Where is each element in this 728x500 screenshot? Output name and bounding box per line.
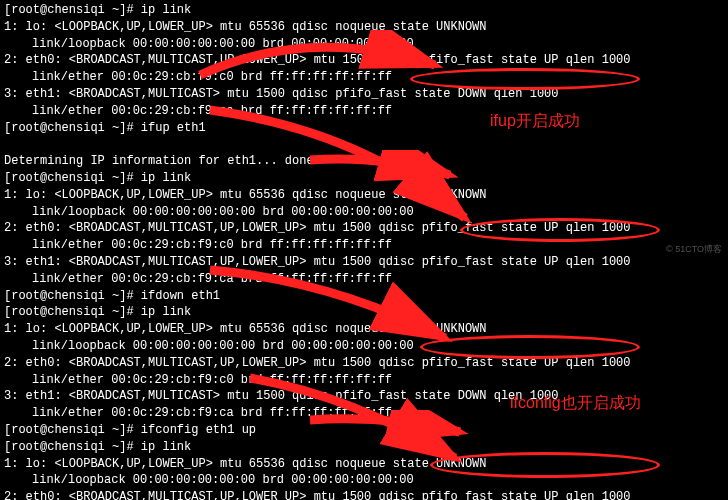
terminal-line: 1: lo: <LOOPBACK,UP,LOWER_UP> mtu 65536 … [4,187,724,204]
terminal-line: 3: eth1: <BROADCAST,MULTICAST> mtu 1500 … [4,86,724,103]
terminal-line: [root@chensiqi ~]# ifconfig eth1 up [4,422,724,439]
terminal-line [4,136,724,153]
terminal-line: [root@chensiqi ~]# ip link [4,2,724,19]
terminal-line: 1: lo: <LOOPBACK,UP,LOWER_UP> mtu 65536 … [4,19,724,36]
terminal-line: 2: eth0: <BROADCAST,MULTICAST,UP,LOWER_U… [4,52,724,69]
terminal-line: link/ether 00:0c:29:cb:f9:c0 brd ff:ff:f… [4,69,724,86]
terminal-line: link/loopback 00:00:00:00:00:00 brd 00:0… [4,36,724,53]
terminal-line: [root@chensiqi ~]# ip link [4,439,724,456]
terminal-line: link/ether 00:0c:29:cb:f9:ca brd ff:ff:f… [4,271,724,288]
terminal-line: [root@chensiqi ~]# ifup eth1 [4,120,724,137]
terminal-line: [root@chensiqi ~]# ip link [4,304,724,321]
terminal-line: link/loopback 00:00:00:00:00:00 brd 00:0… [4,338,724,355]
terminal-line: 1: lo: <LOOPBACK,UP,LOWER_UP> mtu 65536 … [4,321,724,338]
annotation-ifup-success: ifup开启成功 [490,110,580,132]
terminal-line: link/ether 00:0c:29:cb:f9:ca brd ff:ff:f… [4,103,724,120]
terminal-line: link/loopback 00:00:00:00:00:00 brd 00:0… [4,472,724,489]
watermark: © 51CTO博客 [666,244,722,257]
terminal-line: [root@chensiqi ~]# ifdown eth1 [4,288,724,305]
terminal-line: 2: eth0: <BROADCAST,MULTICAST,UP,LOWER_U… [4,355,724,372]
terminal-line: 3: eth1: <BROADCAST,MULTICAST,UP,LOWER_U… [4,254,724,271]
terminal-line: 2: eth0: <BROADCAST,MULTICAST,UP,LOWER_U… [4,220,724,237]
terminal-line: [root@chensiqi ~]# ip link [4,170,724,187]
terminal-line: link/loopback 00:00:00:00:00:00 brd 00:0… [4,204,724,221]
terminal-line: link/ether 00:0c:29:cb:f9:c0 brd ff:ff:f… [4,372,724,389]
terminal-line: 1: lo: <LOOPBACK,UP,LOWER_UP> mtu 65536 … [4,456,724,473]
terminal-line: Determining IP information for eth1... d… [4,153,724,170]
annotation-ifconfig-success: ifconfig也开启成功 [510,392,641,414]
terminal-line: 2: eth0: <BROADCAST,MULTICAST,UP,LOWER_U… [4,489,724,500]
terminal-line: link/ether 00:0c:29:cb:f9:c0 brd ff:ff:f… [4,237,724,254]
